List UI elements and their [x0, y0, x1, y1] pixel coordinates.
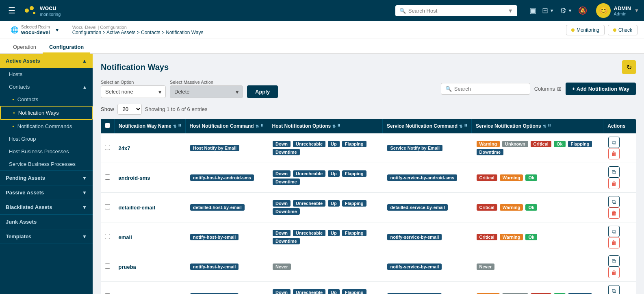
tag-never: Never — [273, 264, 291, 270]
copy-button-detailled-email[interactable]: ⧉ — [608, 196, 620, 207]
tag-downtime: Downtime — [477, 149, 504, 155]
copy-button-slack[interactable]: ⧉ — [608, 285, 620, 294]
tag-warning: Warning — [477, 141, 500, 147]
blacklisted-assets-header[interactable]: Blacklisted Assets ▼ — [0, 200, 93, 214]
row-host-opts-slack: DownUnrecheableUpFlappingDowntime — [268, 282, 382, 294]
row-host-cmd-24x7: Host Notify by Email — [185, 133, 268, 163]
sidebar-item-notification-ways[interactable]: ● Notification Ways — [0, 106, 93, 120]
tag-unrecheable: Unrecheable — [293, 289, 325, 294]
add-notification-way-button[interactable]: + Add Notification Way — [566, 83, 636, 95]
table-row: detailled-email detailled-host-by-email … — [101, 193, 636, 222]
row-host-cmd-email: notify-host-by-email — [185, 222, 268, 252]
select-massive-label: Select Massive Action — [170, 80, 243, 85]
tab-operation[interactable]: Operation — [7, 41, 43, 54]
svg-point-2 — [33, 12, 35, 14]
row-name-24x7: 24x7 — [115, 133, 186, 163]
copy-button-android-sms[interactable]: ⧉ — [608, 166, 620, 178]
sidebar-item-svc-bp[interactable]: Service Business Processes — [0, 158, 93, 170]
search-input[interactable] — [454, 86, 526, 92]
badge-icon-btn[interactable]: ⊟ ▼ — [542, 6, 554, 15]
search-host-input[interactable] — [408, 8, 505, 14]
tag-up: Up — [328, 230, 340, 236]
sort-name-icon[interactable]: ⇅ — [173, 124, 176, 128]
row-checkbox-android-sms[interactable] — [105, 174, 110, 180]
sort-svc-cmd-icon[interactable]: ⇅ — [459, 124, 462, 128]
row-svc-opts-24x7: WarningUnknownCriticalOkFlappingDowntime — [472, 133, 603, 163]
sidebar-item-host-bp[interactable]: Host Business Processes — [0, 145, 93, 158]
delete-button-prueba[interactable]: 🗑 — [608, 267, 620, 278]
col-host-cmd-handle[interactable]: ⠿ — [260, 124, 264, 129]
junk-assets-header[interactable]: Junk Assets — [0, 215, 93, 229]
sidebar-item-notification-commands[interactable]: ● Notification Commands — [0, 120, 93, 133]
row-checkbox-email[interactable] — [105, 234, 110, 239]
delete-button-detailled-email[interactable]: 🗑 — [608, 207, 620, 219]
apply-button[interactable]: Apply — [247, 85, 278, 98]
row-host-opts-detailled-email: DownUnrecheableUpFlappingDowntime — [268, 193, 382, 222]
sort-host-opts-icon[interactable]: ⇅ — [332, 124, 336, 128]
sort-svc-opts-icon[interactable]: ⇅ — [543, 124, 546, 128]
row-checkbox-detailled-email[interactable] — [105, 204, 110, 209]
realm-selector[interactable]: 🌐 Selected Realm wocu-devel ▼ — [7, 23, 64, 37]
row-checkbox-24x7[interactable] — [105, 145, 110, 150]
host-cmd-tag-detailled-email: detailled-host-by-email — [190, 204, 245, 211]
hamburger-button[interactable]: ☰ — [5, 4, 19, 17]
sidebar-item-host-group[interactable]: Host Group — [0, 133, 93, 145]
row-actions-24x7: ⧉ 🗑 — [603, 133, 636, 163]
tag-unrecheable: Unrecheable — [293, 170, 325, 177]
sidebar-item-hosts[interactable]: Hosts — [0, 68, 93, 81]
content-area: Notification Ways ↻ Select an Option Sel… — [93, 54, 644, 294]
delete-button-24x7[interactable]: 🗑 — [608, 148, 620, 159]
contacts-chevron: ▲ — [82, 85, 87, 89]
hosts-label: Hosts — [9, 71, 22, 77]
realm-icon: 🌐 — [11, 26, 19, 34]
screen-icon-btn[interactable]: ▣ — [529, 6, 536, 15]
check-button[interactable]: Check — [608, 25, 637, 35]
user-chevron-icon: ▼ — [634, 8, 639, 13]
monitoring-button[interactable]: Monitoring — [566, 25, 605, 35]
select-massive-dropdown: Delete ▼ — [170, 85, 243, 98]
notification-commands-label: Notification Commands — [17, 123, 72, 129]
show-select[interactable]: 20 50 100 — [117, 104, 142, 115]
tag-flapping: Flapping — [342, 170, 366, 177]
data-table: Notification Way Name ⇅ ⠿ Host Notificat… — [101, 119, 636, 294]
svc-cmd-tag-email: notify-service-by-email — [387, 234, 442, 240]
sidebar-item-contacts-sub[interactable]: ● Contacts — [0, 93, 93, 106]
user-section[interactable]: 😊 ADMIN Admin ▼ — [596, 3, 640, 18]
delete-button-android-sms[interactable]: 🗑 — [608, 178, 620, 189]
show-row: Show 20 50 100 Showing 1 to 6 of 6 entri… — [101, 104, 636, 115]
nav-icons: ▣ ⊟ ▼ ⚙ ▼ 🔕 — [529, 6, 587, 15]
col-host-opts-handle[interactable]: ⠿ — [337, 124, 340, 129]
col-name-handle[interactable]: ⠿ — [178, 124, 181, 129]
passive-assets-label: Passive Assets — [6, 189, 44, 196]
col-svc-cmd-handle[interactable]: ⠿ — [464, 124, 467, 129]
pending-assets-header[interactable]: Pending Assets ▼ — [0, 171, 93, 185]
pending-assets-label: Pending Assets — [6, 175, 45, 181]
host-cmd-tag-prueba: notify-host-by-email — [190, 264, 239, 270]
sidebar-item-contacts-parent[interactable]: Contacts ▲ — [0, 81, 93, 93]
copy-button-prueba[interactable]: ⧉ — [608, 255, 620, 267]
columns-button[interactable]: Columns ⊞ — [534, 86, 562, 92]
realm-name: wocu-devel — [21, 29, 50, 35]
active-assets-header[interactable]: Active Assets ▲ — [0, 54, 93, 68]
refresh-button[interactable]: ↻ — [622, 60, 636, 74]
select-massive-select[interactable]: Delete — [170, 85, 243, 98]
gear-icon-btn[interactable]: ⚙ ▼ — [560, 6, 572, 15]
copy-button-email[interactable]: ⧉ — [608, 226, 620, 237]
search-icon: 🔍 — [445, 86, 452, 92]
tab-configuration[interactable]: Configuration — [43, 41, 90, 54]
row-checkbox-prueba[interactable] — [105, 264, 110, 269]
passive-assets-header[interactable]: Passive Assets ▼ — [0, 185, 93, 200]
columns-grid-icon: ⊞ — [557, 86, 562, 92]
col-svc-opts-handle[interactable]: ⠿ — [548, 124, 551, 129]
select-option-select[interactable]: Select none Select all — [101, 85, 166, 98]
templates-header[interactable]: Templates ▼ — [0, 229, 93, 244]
delete-button-email[interactable]: 🗑 — [608, 237, 620, 248]
sort-host-cmd-icon[interactable]: ⇅ — [256, 124, 259, 128]
search-host-bar[interactable]: 🔍 ▼ — [395, 5, 517, 16]
row-svc-cmd-24x7: Service Notify by Email — [382, 133, 471, 163]
copy-button-24x7[interactable]: ⧉ — [608, 137, 620, 148]
tag-warning: Warning — [500, 204, 523, 211]
sidebar-section-junk: Junk Assets — [0, 215, 93, 229]
bell-crossed-icon-btn[interactable]: 🔕 — [578, 6, 587, 15]
select-all-checkbox[interactable] — [105, 123, 110, 128]
